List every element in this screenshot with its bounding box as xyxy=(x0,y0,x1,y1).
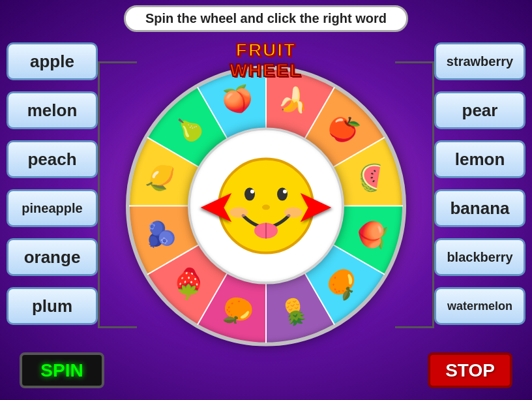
instruction-title: Spin the wheel and click the right word xyxy=(124,5,408,32)
arrow-right-icon: ➤ xyxy=(295,179,334,232)
svg-point-26 xyxy=(277,187,288,200)
svg-point-25 xyxy=(244,187,255,200)
word-button-apple[interactable]: apple xyxy=(7,42,98,80)
word-button-peach[interactable]: peach xyxy=(7,140,98,178)
stop-label: STOP xyxy=(445,360,495,381)
word-button-pineapple[interactable]: pineapple xyxy=(7,189,98,227)
word-button-melon[interactable]: melon xyxy=(7,91,98,129)
connector-line-right-top xyxy=(395,61,434,63)
word-button-pear[interactable]: pear xyxy=(434,91,525,129)
word-button-watermelon[interactable]: watermelon xyxy=(434,287,525,325)
wheel-title: FRUIT WHEEL xyxy=(229,40,302,81)
wheel-inner-circle: ➤ ➤ xyxy=(188,127,344,284)
arrow-left-icon: ➤ xyxy=(198,179,237,232)
connector-line-left-top xyxy=(98,61,137,63)
stop-button[interactable]: STOP xyxy=(428,352,512,388)
fruit-wheel[interactable]: 🍌 🍎 🍉 🍑 🍊 🍍 🍊 🍓 🫐 🍋 🍐 🍑 ➤ xyxy=(126,65,406,346)
svg-point-28 xyxy=(283,189,287,193)
word-button-strawberry[interactable]: strawberry xyxy=(434,42,525,80)
word-button-orange[interactable]: orange xyxy=(7,238,98,276)
svg-point-33 xyxy=(262,204,270,209)
connector-line-left-mid xyxy=(98,61,100,326)
spin-label: SPIN xyxy=(40,360,83,381)
word-button-lemon[interactable]: lemon xyxy=(434,140,525,178)
svg-point-27 xyxy=(250,189,254,193)
word-button-blackberry[interactable]: blackberry xyxy=(434,238,525,276)
spin-button[interactable]: SPIN xyxy=(20,352,104,388)
word-button-banana[interactable]: banana xyxy=(434,189,525,227)
word-button-plum[interactable]: plum xyxy=(7,287,98,325)
